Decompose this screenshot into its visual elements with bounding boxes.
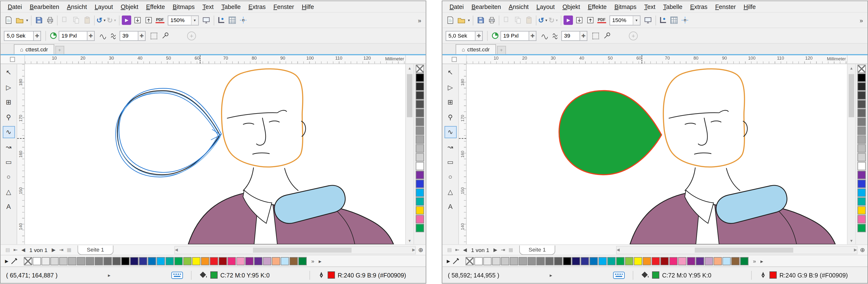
new-document-icon[interactable] xyxy=(444,14,456,26)
vertical-scroll-track[interactable] xyxy=(406,72,413,237)
eyedropper-icon[interactable] xyxy=(11,257,19,265)
color-swatch[interactable] xyxy=(228,257,236,265)
color-swatch[interactable] xyxy=(416,162,424,170)
color-swatch[interactable] xyxy=(474,257,483,265)
vertical-scrollbar[interactable]: ▲ ▼ xyxy=(847,64,855,245)
color-swatch[interactable] xyxy=(41,257,50,265)
smoothing-value-field[interactable]: 39 xyxy=(561,31,580,41)
pdf-icon[interactable]: PDF xyxy=(154,14,165,26)
open-folder-icon[interactable] xyxy=(456,14,467,26)
color-swatch[interactable] xyxy=(254,257,262,265)
scroll-down-arrow[interactable]: ▼ xyxy=(406,237,413,244)
crop-tool[interactable]: ⊞ xyxy=(2,96,14,108)
vertical-scrollbar[interactable]: ▲ ▼ xyxy=(405,64,413,245)
menu-item[interactable]: Bitmaps xyxy=(611,1,640,12)
menu-item[interactable]: Bearbeiten xyxy=(468,1,505,12)
smoothing-value-field[interactable]: 39 xyxy=(120,31,138,41)
color-swatch[interactable] xyxy=(416,215,424,223)
color-swatch[interactable] xyxy=(858,153,866,162)
color-swatch[interactable] xyxy=(104,257,112,265)
color-swatch[interactable] xyxy=(148,257,156,265)
color-swatch[interactable] xyxy=(484,257,492,265)
copy-icon[interactable] xyxy=(70,14,82,26)
save-icon[interactable] xyxy=(33,14,44,26)
color-swatch[interactable] xyxy=(86,257,94,265)
add-preset-button[interactable]: + xyxy=(187,31,196,40)
polygon-tool[interactable]: △ xyxy=(2,186,14,198)
open-folder-icon[interactable] xyxy=(14,14,25,26)
color-swatch[interactable] xyxy=(545,257,554,265)
vertical-scroll-track[interactable] xyxy=(848,72,856,237)
smoothing-stepper[interactable]: ✚ xyxy=(138,31,146,41)
color-swatch[interactable] xyxy=(858,162,866,170)
duration-field[interactable]: 5,0 Sek xyxy=(4,31,34,41)
menu-item[interactable]: Ansicht xyxy=(63,1,91,12)
document-tab[interactable]: ⌂ cttest.cdr xyxy=(456,44,496,54)
color-swatch[interactable] xyxy=(416,82,424,91)
pressure-icon[interactable] xyxy=(48,30,59,41)
color-swatch[interactable] xyxy=(416,65,424,73)
copy-icon[interactable] xyxy=(512,14,523,26)
menu-item[interactable]: Fenster xyxy=(711,1,740,12)
smoothing-stepper[interactable]: ✚ xyxy=(580,31,587,41)
pick-tool[interactable]: ↖ xyxy=(444,66,457,78)
zoom-tool[interactable]: ⚲ xyxy=(444,111,457,123)
menu-item[interactable]: Layout xyxy=(533,1,559,12)
color-swatch[interactable] xyxy=(112,257,121,265)
menu-item[interactable]: Datei xyxy=(4,1,26,12)
menu-item[interactable]: Bitmaps xyxy=(169,1,199,12)
scroll-left-arrow[interactable]: ◀ xyxy=(617,246,620,254)
print-icon[interactable] xyxy=(486,14,497,26)
text-tool[interactable]: A xyxy=(2,201,14,213)
zoom-fit-icon[interactable]: ⊕ xyxy=(858,246,868,253)
color-swatch[interactable] xyxy=(77,257,85,265)
redo-icon[interactable]: ↻ xyxy=(549,16,555,24)
menu-item[interactable]: Layout xyxy=(91,1,117,12)
duration-field[interactable]: 5,0 Sek xyxy=(445,31,475,41)
grid-icon[interactable] xyxy=(227,14,238,26)
color-swatch[interactable] xyxy=(130,257,138,265)
palette-overflow-button[interactable]: » xyxy=(309,258,314,264)
color-swatch[interactable] xyxy=(416,153,424,162)
artistic-media-tool[interactable]: ∿ xyxy=(444,126,457,138)
stroke-width-field[interactable]: 19 Pxl xyxy=(500,31,529,41)
color-swatch[interactable] xyxy=(416,127,424,135)
eyedropper-icon[interactable] xyxy=(452,257,460,265)
scroll-up-arrow[interactable]: ▲ xyxy=(406,64,413,72)
color-swatch[interactable] xyxy=(416,100,424,108)
menu-item[interactable]: Datei xyxy=(445,1,468,12)
last-page-button[interactable]: ⇥ xyxy=(499,247,507,253)
undo-icon[interactable]: ↺ xyxy=(96,16,102,24)
color-swatch[interactable] xyxy=(696,257,704,265)
color-swatch[interactable] xyxy=(416,197,424,206)
color-swatch[interactable] xyxy=(687,257,695,265)
horizontal-scroll-thumb[interactable] xyxy=(253,247,351,252)
color-swatch[interactable] xyxy=(581,257,589,265)
previous-page-button[interactable]: ◀ xyxy=(461,247,469,253)
vertical-ruler[interactable]: 180170160150140 xyxy=(459,64,467,245)
color-swatch[interactable] xyxy=(236,257,245,265)
color-swatch[interactable] xyxy=(416,144,424,152)
color-swatch[interactable] xyxy=(416,91,424,99)
color-swatch[interactable] xyxy=(858,180,866,188)
color-swatch[interactable] xyxy=(416,171,424,179)
ellipse-tool[interactable]: ○ xyxy=(2,171,14,183)
color-swatch[interactable] xyxy=(643,257,651,265)
grid-icon[interactable] xyxy=(669,14,680,26)
stroke-preview-icon[interactable] xyxy=(159,30,170,41)
pdf-icon[interactable]: PDF xyxy=(596,14,607,26)
menu-item[interactable]: Fenster xyxy=(270,1,298,12)
page-options-icon[interactable]: ▤ xyxy=(445,247,453,253)
color-swatch[interactable] xyxy=(858,118,866,126)
toolbar-overflow-button[interactable]: » xyxy=(418,17,424,24)
status-expand-arrow[interactable]: ▸ xyxy=(550,272,552,278)
color-swatch[interactable] xyxy=(554,257,562,265)
color-swatch[interactable] xyxy=(858,136,866,144)
paste-icon[interactable] xyxy=(81,14,92,26)
paste-icon[interactable] xyxy=(523,14,534,26)
horizontal-scrollbar[interactable]: ◀ ▶ xyxy=(616,246,858,254)
color-swatch[interactable] xyxy=(528,257,536,265)
curve-tool[interactable]: ↝ xyxy=(2,141,14,153)
last-page-button[interactable]: ⇥ xyxy=(58,247,65,253)
stroke-width-stepper[interactable]: ✚ xyxy=(87,31,95,41)
